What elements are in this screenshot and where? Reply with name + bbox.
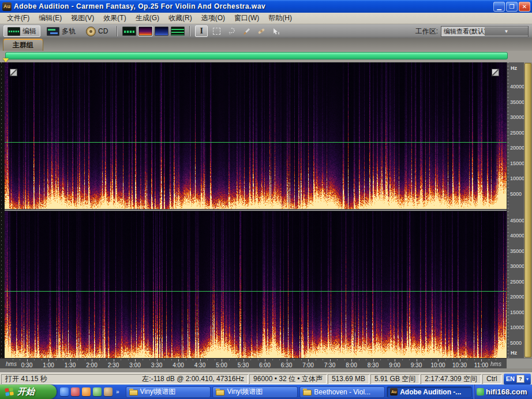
cd-label: CD: [98, 27, 108, 35]
watermark-text: hifi168.com: [486, 387, 527, 396]
menu-item-2[interactable]: 编辑(E): [34, 13, 66, 24]
time-tick-label: 7:30: [324, 362, 335, 368]
taskbar-button-3[interactable]: Beethoven - Viol...: [299, 386, 385, 398]
time-tick-label: 8:00: [346, 362, 357, 368]
time-minor-tick: [164, 359, 164, 360]
spectral-pan-view-button[interactable]: [155, 27, 168, 36]
menu-item-9[interactable]: 帮助(H): [264, 13, 297, 24]
menu-item-8[interactable]: 窗口(W): [230, 13, 264, 24]
vertical-zoom-scrollbar[interactable]: [524, 62, 532, 358]
language-indicator[interactable]: EN: [506, 375, 515, 382]
effects-paintbrush-tool-button[interactable]: [240, 25, 253, 37]
time-minor-tick: [143, 359, 143, 360]
close-button[interactable]: ✕: [519, 2, 530, 12]
system-tray[interactable]: hifi168.com: [474, 385, 532, 399]
time-tick-label: 2:30: [108, 362, 119, 368]
start-button[interactable]: 开始: [0, 385, 57, 399]
menu-item-5[interactable]: 生成(G): [131, 13, 164, 24]
folder-icon: [216, 389, 224, 396]
time-major-tick: [373, 359, 374, 361]
time-major-tick: [114, 359, 114, 361]
selection-handle-left[interactable]: [10, 69, 17, 76]
time-minor-tick: [489, 359, 489, 360]
menu-item-7[interactable]: 选项(O): [197, 13, 230, 24]
taskbar-button-2[interactable]: Vinyl频谱图: [212, 386, 298, 398]
spectrogram-canvas[interactable]: [5, 62, 507, 358]
time-unit-label-right: hms: [490, 361, 501, 367]
time-minor-tick: [258, 359, 258, 360]
time-minor-tick: [409, 359, 410, 360]
time-major-tick: [92, 359, 92, 361]
frequency-tick-label: 35000: [510, 249, 524, 254]
time-tick-label: 8:30: [368, 362, 379, 368]
time-major-tick: [351, 359, 352, 361]
title-bar[interactable]: Au Adobe Audition - Carmen Fantasy, Op.2…: [0, 0, 532, 13]
waveform-view-button[interactable]: [122, 27, 136, 36]
taskbar-button-1[interactable]: Vinyl频谱图: [126, 386, 211, 398]
status-main-segment: 打开 41.15 秒 左:-118 dB @ 2:00.410, 47316Hz: [1, 374, 248, 384]
time-ruler[interactable]: hms0:301:001:302:002:303:003:304:004:305…: [0, 358, 507, 368]
folder-icon: [129, 389, 138, 396]
quick-launch-icon-5[interactable]: [104, 387, 113, 396]
horizontal-zoom-scrollbar[interactable]: [5, 52, 508, 59]
taskbar-button-label: Vinyl频谱图: [140, 387, 176, 397]
start-flag-icon: [5, 387, 14, 397]
cd-icon: [86, 27, 96, 36]
time-tick-label: 6:00: [259, 362, 270, 368]
time-selection-tool-button[interactable]: I: [195, 25, 208, 37]
selection-handle-right[interactable]: [492, 69, 499, 76]
toolbar-separator: [117, 26, 118, 36]
quick-launch-icon-1[interactable]: [60, 387, 69, 396]
minimize-button[interactable]: ▁: [493, 2, 505, 12]
workspace-dropdown[interactable]: 编辑查看(默认) ▼: [441, 26, 529, 37]
audition-icon: Au: [390, 388, 398, 396]
cd-button[interactable]: CD: [82, 25, 112, 37]
menu-item-6[interactable]: 收藏(R): [164, 13, 197, 24]
horizontal-scroll-row: [0, 51, 532, 62]
time-tick-label: 5:30: [238, 362, 249, 368]
time-minor-tick: [186, 359, 186, 360]
time-minor-tick: [474, 359, 475, 360]
spectral-phase-view-button[interactable]: [171, 27, 185, 36]
time-minor-tick: [56, 359, 57, 360]
playhead-marker-icon[interactable]: [3, 58, 9, 62]
edit-view-button[interactable]: 编辑: [3, 25, 40, 37]
tab-main-group[interactable]: 主群组: [3, 39, 43, 51]
lasso-selection-tool-button[interactable]: [225, 25, 238, 37]
multitrack-button[interactable]: 多轨: [43, 25, 80, 37]
scrub-tool-button[interactable]: [270, 25, 283, 37]
time-minor-tick: [121, 359, 121, 360]
time-tick-label: 10:00: [430, 362, 445, 368]
time-minor-tick: [77, 359, 78, 360]
time-minor-tick: [431, 359, 432, 360]
edit-view-icon: [8, 27, 20, 36]
spot-healing-tool-button[interactable]: [255, 25, 268, 37]
time-minor-tick: [229, 359, 230, 360]
spectral-frequency-view-button[interactable]: [138, 27, 152, 36]
vertical-scrollbar-thumb[interactable]: [524, 63, 531, 357]
quick-launch-icon-3[interactable]: [82, 387, 91, 396]
menu-item-1[interactable]: 文件(F): [2, 13, 34, 24]
taskbar-buttons: Vinyl频谱图Vinyl频谱图Beethoven - Viol...AuAdo…: [124, 385, 474, 399]
time-minor-tick: [301, 359, 302, 360]
status-segment-5: Ctrl: [482, 374, 501, 384]
language-bar[interactable]: EN ? ▾: [504, 374, 531, 385]
taskbar-button-4[interactable]: AuAdobe Audition -...: [387, 386, 472, 398]
quick-launch-expand-chevron[interactable]: »: [115, 389, 121, 395]
menu-item-3[interactable]: 视图(V): [66, 13, 99, 24]
time-minor-tick: [63, 359, 63, 360]
frequency-tick-label: 45000: [510, 218, 524, 223]
menu-item-4[interactable]: 效果(T): [99, 13, 130, 24]
time-minor-tick: [34, 359, 35, 360]
help-icon[interactable]: ?: [516, 375, 524, 383]
restore-button[interactable]: ❐: [506, 2, 518, 12]
status-segment-2: 513.69 MB: [328, 374, 369, 384]
tray-icon[interactable]: [477, 388, 484, 396]
quick-launch-icon-4[interactable]: [93, 387, 102, 396]
time-minor-tick: [366, 359, 366, 360]
language-options-arrow[interactable]: ▾: [526, 377, 529, 381]
time-major-tick: [330, 359, 331, 361]
marquee-selection-tool-button[interactable]: [210, 25, 223, 37]
quick-launch-icon-2[interactable]: [71, 387, 80, 396]
status-segments: 96000 • 32 位 • 立体声513.69 MB5.91 GB 空间2:1…: [249, 374, 501, 384]
